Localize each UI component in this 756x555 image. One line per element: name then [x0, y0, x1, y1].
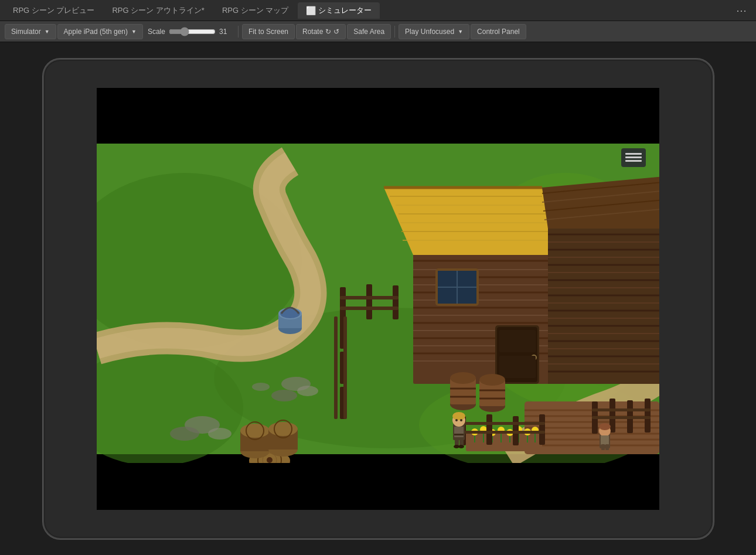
simulator-dropdown[interactable]: Simulator ▼ [5, 24, 56, 39]
more-tabs-button[interactable]: ⋯ [731, 4, 751, 17]
tab-rpg-outline[interactable]: RPG シーン アウトライン* [104, 2, 212, 19]
tab-bar: RPG シーン プレビュー RPG シーン アウトライン* RPG シーン マッ… [0, 0, 756, 21]
simulator-icon: ⬜ [306, 6, 316, 15]
ipad-screen [97, 88, 659, 510]
toolbar-separator [238, 26, 239, 38]
rotate-ccw-icon: ↺ [333, 28, 339, 36]
svg-point-11 [208, 428, 231, 440]
rotate-cw-icon: ↻ [325, 28, 331, 36]
tab-rpg-preview[interactable]: RPG シーン プレビュー [5, 2, 103, 19]
chevron-down-icon: ▼ [45, 29, 50, 35]
game-viewport [97, 88, 659, 510]
svg-rect-129 [340, 307, 399, 310]
safe-area-button[interactable]: Safe Area [347, 24, 391, 39]
svg-rect-78 [499, 356, 536, 378]
scale-slider[interactable] [169, 27, 216, 36]
toolbar-separator-2 [394, 26, 395, 38]
svg-rect-125 [340, 287, 346, 319]
svg-rect-138 [539, 414, 545, 445]
main-content [0, 42, 756, 555]
svg-rect-166 [625, 156, 642, 158]
game-area[interactable] [97, 135, 659, 463]
svg-point-9 [252, 383, 270, 391]
svg-point-81 [450, 372, 476, 384]
svg-marker-36 [384, 188, 554, 255]
svg-rect-133 [343, 316, 347, 419]
svg-point-157 [458, 445, 464, 448]
svg-rect-163 [605, 444, 609, 450]
ipad-frame [43, 59, 714, 539]
svg-rect-139 [460, 422, 545, 425]
tab-simulator[interactable]: ⬜ シミュレーター [298, 2, 380, 19]
tab-rpg-map[interactable]: RPG シーン マップ [214, 2, 297, 19]
svg-rect-165 [625, 153, 642, 155]
svg-rect-134 [334, 316, 338, 419]
svg-point-86 [479, 374, 505, 386]
svg-rect-128 [340, 296, 399, 299]
svg-rect-77 [499, 330, 536, 352]
svg-rect-146 [592, 416, 651, 419]
svg-rect-153 [454, 434, 464, 435]
bottom-letterbox [97, 463, 659, 510]
svg-rect-140 [460, 431, 545, 434]
scale-control: Scale 31 [144, 27, 234, 36]
play-unfocused-button[interactable]: Play Unfocused ▼ [399, 24, 469, 39]
svg-rect-126 [366, 284, 372, 319]
svg-rect-144 [645, 399, 651, 433]
top-letterbox [97, 88, 659, 135]
svg-point-151 [460, 419, 462, 421]
svg-rect-162 [601, 444, 605, 450]
svg-rect-161 [601, 435, 609, 445]
chevron-down-icon: ▼ [131, 29, 137, 35]
rotate-button[interactable]: Rotate ↻ ↺ [296, 24, 346, 39]
svg-point-102 [268, 422, 298, 436]
svg-rect-167 [625, 160, 642, 162]
fit-to-screen-button[interactable]: Fit to Screen [242, 24, 295, 39]
svg-rect-145 [592, 408, 651, 411]
control-panel-button[interactable]: Control Panel [471, 24, 526, 39]
svg-point-95 [267, 457, 273, 463]
chevron-down-icon: ▼ [458, 29, 463, 35]
svg-rect-127 [393, 285, 399, 319]
game-scene-svg [97, 135, 659, 463]
svg-point-98 [240, 424, 270, 438]
svg-point-12 [170, 427, 199, 441]
svg-point-160 [599, 423, 611, 430]
svg-point-7 [297, 386, 318, 396]
device-dropdown[interactable]: Apple iPad (5th gen) ▼ [57, 24, 143, 39]
svg-point-149 [452, 412, 465, 420]
svg-point-150 [455, 419, 458, 421]
svg-rect-152 [454, 427, 464, 437]
svg-rect-136 [486, 414, 492, 445]
toolbar: Simulator ▼ Apple iPad (5th gen) ▼ Scale… [0, 21, 756, 42]
svg-point-8 [271, 390, 297, 401]
